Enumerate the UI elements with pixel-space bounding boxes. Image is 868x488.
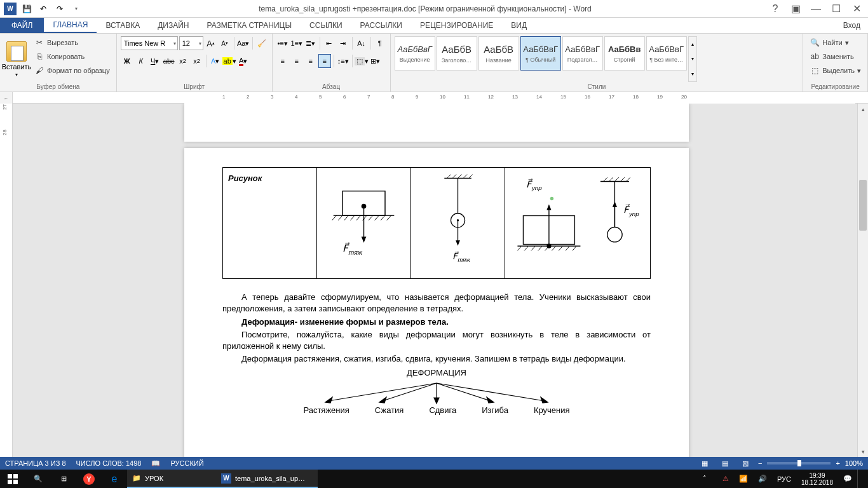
edge-browser[interactable]: e (102, 470, 127, 488)
maximize-button[interactable]: ☐ (827, 3, 845, 15)
scroll-up-button[interactable]: ▴ (858, 104, 868, 114)
align-center-button[interactable]: ≡ (290, 54, 303, 68)
yandex-browser[interactable]: Y (76, 470, 102, 488)
qat-customize[interactable]: ▾ (69, 2, 84, 16)
view-print-layout[interactable]: ▤ (717, 458, 733, 469)
search-button[interactable]: 🔍 (25, 470, 51, 488)
tab-design[interactable]: ДИЗАЙН (149, 18, 198, 33)
multilevel-button[interactable]: ≣▾ (304, 36, 317, 50)
italic-button[interactable]: К (135, 54, 147, 68)
superscript-button[interactable]: x2 (191, 54, 203, 68)
grow-font-button[interactable]: A▴ (205, 36, 217, 50)
bullets-button[interactable]: •≡▾ (276, 36, 289, 50)
copy-button[interactable]: ⎘Копировать (32, 50, 112, 63)
zoom-out-button[interactable]: − (758, 459, 762, 467)
zoom-in-button[interactable]: + (836, 459, 839, 467)
style-nospacing[interactable]: АаБбВвГ¶ Без инте… (646, 36, 687, 71)
tray-security-icon[interactable]: ⚠ (717, 470, 734, 488)
tray-volume-icon[interactable]: 🔊 (753, 470, 772, 488)
tray-clock[interactable]: 19:39 18.12.2018 (796, 472, 838, 486)
task-view-button[interactable]: ⊞ (51, 470, 76, 488)
underline-button[interactable]: Ч▾ (149, 54, 161, 68)
tab-mailings[interactable]: РАССЫЛКИ (351, 18, 411, 33)
zoom-level[interactable]: 100% (845, 459, 863, 467)
sort-button[interactable]: A↓ (355, 36, 368, 50)
borders-button[interactable]: ⊞▾ (369, 54, 382, 68)
style-strong[interactable]: АаБбВвСтрогий (604, 36, 645, 71)
view-read-mode[interactable]: ▦ (697, 458, 712, 469)
font-size-combo[interactable]: 12 (179, 36, 203, 50)
text-effects-button[interactable]: A▾ (209, 54, 222, 68)
font-color-button[interactable]: A▾ (237, 54, 250, 68)
align-right-button[interactable]: ≡ (304, 54, 317, 68)
document-content[interactable]: Рисунок F⃗ тяж (184, 148, 689, 435)
ribbon-display-button[interactable]: ▣ (787, 3, 804, 15)
tray-chevron[interactable]: ˄ (692, 470, 717, 488)
explorer-folder[interactable]: 📁УРОК (127, 470, 216, 488)
show-marks-button[interactable]: ¶ (374, 36, 386, 50)
clear-formatting-button[interactable]: 🧹 (255, 36, 268, 50)
style-emphasis[interactable]: АаБбВвГВыделение (395, 36, 435, 71)
undo-button[interactable]: ↶ (36, 2, 51, 16)
decrease-indent-button[interactable]: ⇤ (323, 36, 336, 50)
status-proofing-icon[interactable]: 📖 (151, 459, 160, 468)
page-previous-bottom[interactable] (184, 104, 689, 142)
numbering-button[interactable]: 1≡▾ (290, 36, 303, 50)
tray-network-icon[interactable]: 📶 (734, 470, 753, 488)
login-link[interactable]: Вход (836, 18, 868, 33)
change-case-button[interactable]: Aa▾ (237, 36, 250, 50)
cut-button[interactable]: ✂Вырезать (32, 36, 112, 49)
word-task[interactable]: Wtema_uroka_sila_up… (216, 470, 318, 488)
ruler-vertical[interactable]: 27 28 (0, 104, 13, 457)
word-app-icon[interactable]: W (3, 2, 18, 16)
format-painter-button[interactable]: 🖌Формат по образцу (32, 64, 112, 77)
strikethrough-button[interactable]: abc (163, 54, 175, 68)
tab-references[interactable]: ССЫЛКИ (301, 18, 351, 33)
save-button[interactable]: 💾 (19, 2, 34, 16)
close-button[interactable]: ✕ (848, 3, 865, 15)
zoom-slider[interactable] (767, 462, 831, 464)
line-spacing-button[interactable]: ↕≡▾ (337, 54, 349, 68)
style-normal[interactable]: АаБбВвГ¶ Обычный (520, 36, 561, 71)
styles-gallery-more[interactable]: ▴▾▾ (688, 36, 697, 82)
tab-layout[interactable]: РАЗМЕТКА СТРАНИЦЫ (198, 18, 301, 33)
bold-button[interactable]: Ж (121, 54, 133, 68)
vertical-scrollbar[interactable]: ▴ ▾ (857, 104, 868, 457)
replace-button[interactable]: abЗаменить (807, 50, 864, 63)
find-button[interactable]: 🔍Найти▾ (807, 36, 864, 49)
subscript-button[interactable]: x2 (177, 54, 189, 68)
style-title[interactable]: АаБбВНазвание (478, 36, 519, 71)
tab-file[interactable]: ФАЙЛ (0, 18, 44, 33)
shrink-font-button[interactable]: A▾ (219, 36, 231, 50)
page-current[interactable]: Рисунок F⃗ тяж (184, 148, 689, 457)
status-words[interactable]: ЧИСЛО СЛОВ: 1498 (76, 459, 142, 467)
status-page[interactable]: СТРАНИЦА 3 ИЗ 8 (5, 459, 66, 467)
action-center-button[interactable]: 💬 (838, 470, 857, 488)
tab-review[interactable]: РЕЦЕНЗИРОВАНИЕ (411, 18, 502, 33)
increase-indent-button[interactable]: ⇥ (337, 36, 349, 50)
select-button[interactable]: ⬚Выделить▾ (807, 64, 864, 77)
style-subtitle[interactable]: АаБбВвГПодзагол… (562, 36, 603, 71)
start-button[interactable] (0, 470, 25, 488)
highlight-button[interactable]: ab▾ (223, 54, 236, 68)
shading-button[interactable]: ⬚▾ (355, 54, 368, 68)
minimize-button[interactable]: — (807, 3, 825, 15)
paste-button[interactable]: Вставить ▾ (4, 36, 29, 82)
font-name-combo[interactable]: Times New R (121, 36, 178, 50)
tab-home[interactable]: ГЛАВНАЯ (44, 18, 97, 33)
help-button[interactable]: ? (766, 3, 784, 15)
status-language[interactable]: РУССКИЙ (170, 459, 203, 467)
justify-button[interactable]: ≡ (318, 54, 331, 68)
view-web-layout[interactable]: ▧ (738, 458, 753, 469)
ruler-horizontal[interactable]: ⌐ 1234567891011121314151617181920 (0, 92, 868, 104)
style-heading[interactable]: АаБбВЗаголово… (437, 36, 477, 71)
tab-view[interactable]: ВИД (502, 18, 536, 33)
redo-button[interactable]: ↷ (52, 2, 67, 16)
scroll-down-button[interactable]: ▾ (858, 446, 868, 457)
scroll-thumb[interactable] (859, 180, 867, 231)
align-left-button[interactable]: ≡ (276, 54, 289, 68)
show-desktop-button[interactable] (857, 470, 868, 488)
tray-language[interactable]: РУС (772, 470, 796, 488)
tab-insert[interactable]: ВСТАВКА (97, 18, 149, 33)
svg-rect-71 (8, 480, 12, 484)
